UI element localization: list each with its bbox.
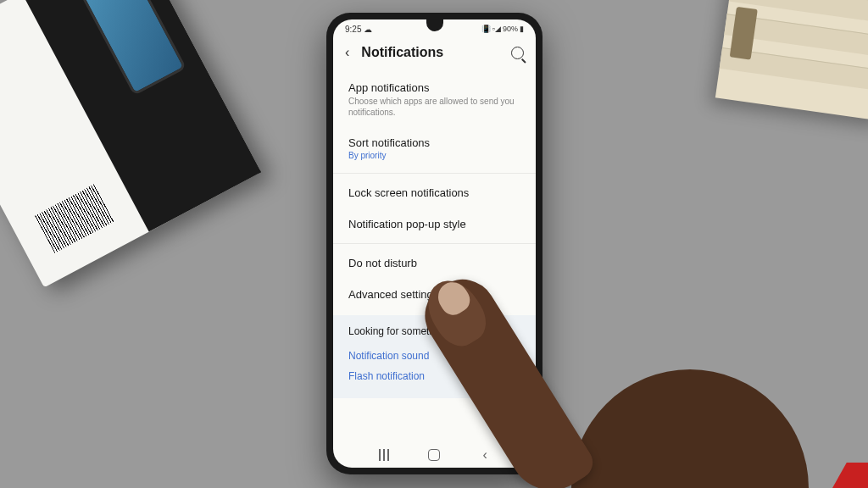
link-flash-notification[interactable]: Flash notification: [348, 366, 520, 386]
status-time: 9:25: [345, 25, 361, 34]
recents-icon: [383, 449, 385, 461]
hand-body: [571, 369, 809, 488]
vibrate-icon: 📳: [481, 25, 491, 33]
item-title: Lock screen notifications: [348, 186, 520, 199]
item-do-not-disturb[interactable]: Do not disturb: [333, 247, 536, 279]
signal-icon: ▫◢: [492, 25, 501, 33]
phone-device: 9:25 ☁ 📳 ▫◢ 90% ▮ ‹ Notifications App no…: [326, 13, 542, 474]
item-title: Advanced settings: [348, 288, 520, 301]
item-title: Do not disturb: [348, 257, 520, 269]
product-box: Galaxy A06: [0, 0, 261, 287]
item-advanced-settings[interactable]: Advanced settings: [333, 279, 536, 310]
item-value: By priority: [348, 151, 520, 160]
wooden-crate: [715, 0, 868, 121]
page-title: Notifications: [361, 45, 499, 60]
item-app-notifications[interactable]: App notifications Choose which apps are …: [333, 72, 536, 127]
cloud-icon: ☁: [364, 25, 372, 34]
suggestions-section: Looking for something else? Notification…: [333, 315, 536, 398]
home-icon: [428, 449, 440, 461]
suggestions-title: Looking for something else?: [348, 325, 520, 337]
item-subtitle: Choose which apps are allowed to send yo…: [348, 96, 520, 118]
nav-back-button[interactable]: ‹: [477, 447, 492, 463]
logo-badge: [832, 463, 868, 488]
battery-percent: 90%: [503, 25, 518, 33]
page-header: ‹ Notifications: [333, 36, 536, 72]
item-title: Sort notifications: [348, 136, 520, 149]
back-button[interactable]: ‹: [345, 45, 349, 60]
item-lock-screen-notifications[interactable]: Lock screen notifications: [333, 177, 536, 208]
battery-icon: ▮: [520, 25, 524, 33]
divider: [333, 173, 536, 174]
back-icon: ‹: [482, 447, 487, 463]
box-product-label: Galaxy A06: [0, 17, 3, 121]
phone-screen: 9:25 ☁ 📳 ▫◢ 90% ▮ ‹ Notifications App no…: [333, 19, 536, 468]
item-title: Notification pop-up style: [348, 218, 520, 230]
divider: [333, 243, 536, 244]
box-barcode: [35, 184, 114, 253]
search-icon[interactable]: [511, 47, 524, 59]
item-sort-notifications[interactable]: Sort notifications By priority: [333, 127, 536, 169]
box-phone-image: [79, 0, 187, 96]
link-notification-sound[interactable]: Notification sound: [348, 346, 520, 366]
item-notification-popup-style[interactable]: Notification pop-up style: [333, 208, 536, 240]
nav-home-button[interactable]: [426, 447, 442, 463]
nav-recents-button[interactable]: [376, 447, 392, 463]
item-title: App notifications: [348, 81, 520, 94]
navigation-bar: ‹: [333, 447, 536, 463]
box-dark-panel: [21, 0, 261, 232]
